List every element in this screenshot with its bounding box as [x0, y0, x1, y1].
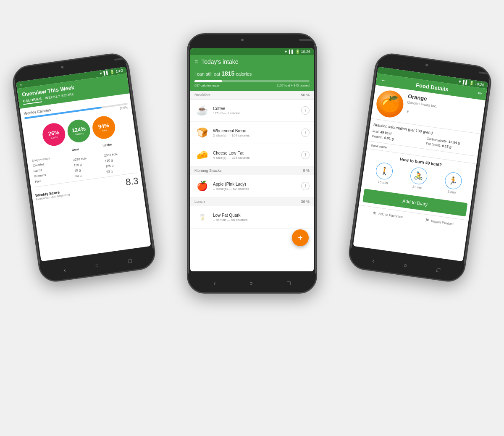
left-screen: ≡ ▼ ▌▌ 🔋 10:2 Overview This Week CALORIE… [16, 67, 151, 262]
quark-info: Low Fat Quark 1 portion — 96 calories [213, 213, 310, 222]
coffee-info-btn[interactable]: i [301, 106, 310, 115]
bread-info: Wholemeal Bread 2 slice(s) — 164 calorie… [213, 129, 298, 137]
bike-activity: 🚴 11 min [409, 166, 428, 190]
report-product-action[interactable]: ⚑ Report Product [424, 217, 454, 227]
proteins-pct: 124% [71, 126, 86, 134]
dropdown-indicator[interactable]: ▼ [406, 109, 436, 118]
star-icon: ★ [372, 210, 377, 216]
walk-time: 15 min [378, 180, 388, 185]
lunch-percent: 36 % [301, 200, 310, 204]
food-item-apple[interactable]: 🍎 Apple (Pink Lady) 1 piece(s) — 52 calo… [190, 175, 314, 197]
bike-icon: 🚴 [410, 166, 428, 185]
quark-desc: 1 portion — 96 calories [213, 218, 310, 222]
calories-eaten: 687 calories eaten [194, 84, 220, 87]
run-time: 5 min [447, 190, 456, 195]
calories-remaining: 1815 [221, 70, 234, 77]
quark-emoji: 🥛 [194, 210, 210, 225]
coffee-name: Coffee [213, 106, 298, 111]
left-menu-icon: ≡ [19, 82, 22, 87]
add-favorites-label: Add to Favorites [378, 212, 403, 219]
breakfast-percent: 56 % [301, 93, 310, 97]
recent-button-left[interactable]: □ [128, 257, 132, 264]
center-hamburger-icon[interactable]: ≡ [194, 59, 198, 65]
center-phone: ▼ ▌▌ 🔋 10:26 ≡ Today's intake I can stil… [187, 33, 317, 294]
left-content: Weekly Calories 106% 26% Carbs 124% Prot… [20, 93, 151, 261]
apple-emoji: 🍎 [194, 179, 210, 194]
proteins-circle: 124% Proteins [66, 118, 92, 144]
bread-desc: 2 slice(s) — 164 calories [213, 134, 298, 137]
flag-icon: ⚑ [424, 217, 430, 223]
breakfast-label: Breakfast [194, 93, 210, 97]
coffee-info: Coffee 125 ml— 1 calorie [213, 106, 298, 115]
cheese-name: Cheese Low Fat [213, 151, 298, 155]
right-app-title: Food Details [415, 81, 449, 92]
fats-circle: 94% Fats [91, 115, 117, 140]
center-app-title: Today's intake [201, 58, 310, 65]
apple-name: Apple (Pink Lady) [213, 182, 298, 186]
apple-info-btn[interactable]: i [301, 182, 310, 190]
carbs-label: Carbs [51, 136, 58, 139]
run-icon: 🏃 [444, 171, 462, 190]
carbs-pct: 26% [48, 129, 60, 136]
walk-activity: 🚶 15 min [374, 162, 394, 186]
calories-total: 2157 kcal + 345 burned [276, 84, 310, 87]
bread-emoji: 🍞 [194, 125, 210, 140]
intake-progress-section: 687 calories eaten 2157 kcal + 345 burne… [190, 80, 314, 91]
tab-calories[interactable]: CALORIES [23, 97, 42, 105]
back-button-right[interactable]: ‹ [372, 257, 375, 264]
home-button-right[interactable]: ○ [403, 261, 408, 268]
right-back-icon[interactable]: ← [380, 76, 387, 84]
center-app-bar: ≡ Today's intake [190, 55, 314, 68]
lunch-label: Lunch [194, 200, 205, 204]
center-status-bar: ▼ ▌▌ 🔋 10:26 [190, 48, 314, 55]
intake-progress-labels: 687 calories eaten 2157 kcal + 345 burne… [194, 84, 310, 87]
home-button-left[interactable]: ○ [94, 262, 99, 269]
center-screen: ▼ ▌▌ 🔋 10:26 ≡ Today's intake I can stil… [190, 48, 314, 271]
breakfast-header: Breakfast 56 % [190, 91, 314, 100]
snacks-percent: 8 % [303, 168, 310, 173]
food-item-coffee[interactable]: ☕ Coffee 125 ml— 1 calorie i [190, 100, 314, 122]
phones-container: ≡ ▼ ▌▌ 🔋 10:2 Overview This Week CALORIE… [21, 16, 483, 420]
recent-button-right[interactable]: □ [436, 266, 441, 273]
bike-time: 11 min [412, 185, 423, 190]
report-product-label: Report Product [431, 219, 454, 226]
right-phone: ▼ ▌▌ 🔋 10:26 ← Food Details ✏ 🍊 Orange G… [346, 51, 494, 284]
left-phone: ≡ ▼ ▌▌ 🔋 10:2 Overview This Week CALORIE… [10, 51, 158, 284]
right-screen: ▼ ▌▌ 🔋 10:26 ← Food Details ✏ 🍊 Orange G… [353, 67, 488, 262]
recent-button-center[interactable]: □ [287, 280, 290, 286]
snacks-header: Morning Snacks 8 % [190, 166, 314, 175]
coffee-desc: 125 ml— 1 calorie [213, 111, 298, 115]
food-detail-content: 🍊 Orange Garden Fruits Inc. ▼ Nutrition … [353, 85, 485, 261]
food-item-cheese[interactable]: 🧀 Cheese Low Fat 4 slice(s) — 224 calori… [190, 144, 314, 166]
fats-pct: 94% [98, 123, 110, 129]
snacks-label: Morning Snacks [194, 168, 222, 173]
cheese-emoji: 🧀 [194, 147, 210, 163]
edit-icon[interactable]: ✏ [478, 91, 483, 97]
bread-name: Wholemeal Bread [213, 129, 298, 133]
center-nav-bar: ‹ ○ □ [188, 273, 316, 292]
cheese-info: Cheese Low Fat 4 slice(s) — 224 calories [213, 151, 298, 160]
lunch-header: Lunch 36 % [190, 197, 314, 206]
run-activity: 🏃 5 min [443, 171, 463, 195]
back-button-left[interactable]: ‹ [63, 266, 66, 273]
food-item-bread[interactable]: 🍞 Wholemeal Bread 2 slice(s) — 164 calor… [190, 122, 314, 144]
back-button-center[interactable]: ‹ [213, 280, 215, 286]
apple-info: Apple (Pink Lady) 1 piece(s) — 52 calori… [213, 182, 298, 191]
intake-progress-fill [194, 80, 222, 82]
center-status-icons: ▼ ▌▌ 🔋 10:26 [284, 50, 310, 54]
cheese-info-btn[interactable]: i [301, 151, 310, 159]
apple-desc: 1 piece(s) — 52 calories [213, 187, 298, 191]
intake-subtitle: I can still eat 1815 calories [190, 68, 314, 80]
bread-info-btn[interactable]: i [301, 129, 310, 137]
fats-label: Fats [102, 129, 107, 132]
add-favorites-action[interactable]: ★ Add to Favorites [372, 210, 403, 220]
coffee-emoji: ☕ [194, 103, 210, 118]
orange-image: 🍊 [375, 89, 405, 119]
fab-add-button[interactable]: + [292, 229, 309, 246]
carbs-circle: 26% Carbs [41, 122, 67, 147]
home-button-center[interactable]: ○ [249, 280, 253, 286]
weekly-score-value: 8.3 [125, 175, 139, 188]
food-item-quark[interactable]: 🥛 Low Fat Quark 1 portion — 96 calories [190, 206, 314, 229]
quark-name: Low Fat Quark [213, 213, 310, 218]
cheese-desc: 4 slice(s) — 224 calories [213, 156, 298, 160]
